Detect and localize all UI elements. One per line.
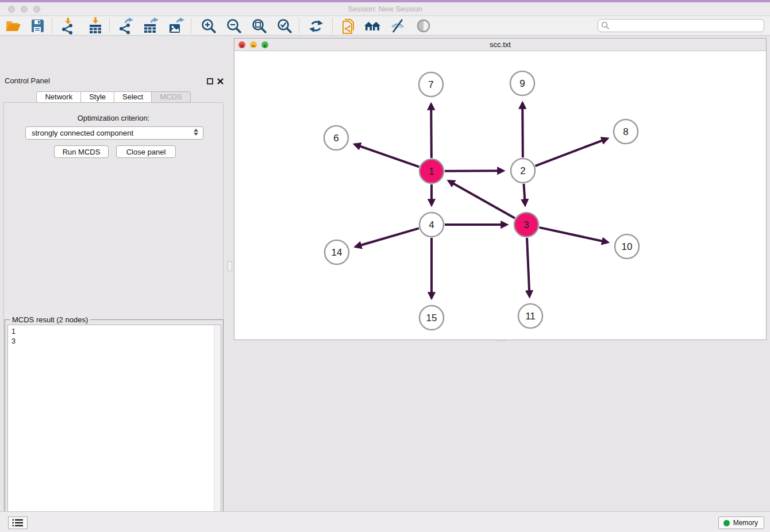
tab-mcds[interactable]: MCDS [152, 91, 190, 103]
search-field [598, 19, 764, 32]
result-scrollbar[interactable] [214, 325, 221, 532]
vertical-splitter-grip[interactable] [228, 261, 232, 271]
float-panel-icon[interactable] [207, 78, 213, 84]
macos-titlebar: Session: New Session [0, 2, 770, 16]
zoom-out-icon[interactable] [225, 17, 242, 34]
edge-3-11[interactable] [527, 238, 529, 296]
graph-node-label: 9 [519, 78, 525, 89]
graph-node-label: 6 [333, 133, 338, 144]
control-panel-tabs: Network Style Select MCDS [0, 91, 227, 103]
hide-eye-icon[interactable] [389, 17, 406, 34]
mac-zoom-button[interactable] [33, 6, 40, 13]
refresh-layout-icon[interactable] [307, 17, 325, 34]
export-image-icon[interactable] [167, 17, 184, 34]
toolbar-separator [52, 18, 52, 33]
export-table-icon[interactable] [142, 17, 159, 34]
tab-select[interactable]: Select [114, 91, 152, 103]
selected-option-label: strongly connected component [32, 129, 133, 137]
memory-label: Memory [733, 519, 758, 527]
edge-4-14[interactable] [356, 228, 419, 246]
search-icon [601, 21, 610, 30]
table-panel: Table Panel [234, 342, 767, 509]
network-minimize-button[interactable] [250, 41, 257, 48]
mac-minimize-button[interactable] [21, 6, 28, 13]
mcds-result-group: MCDS result (2 nodes) 1 3 [5, 319, 224, 532]
graph-node-label: 7 [428, 79, 433, 90]
open-folder-icon[interactable] [5, 17, 22, 34]
tab-network[interactable]: Network [36, 91, 81, 103]
network-window-title: scc.txt [234, 38, 766, 51]
toolbar-separator [109, 18, 110, 33]
result-line: 1 [8, 325, 221, 337]
mcds-result-title: MCDS result (2 nodes) [10, 315, 90, 324]
search-input[interactable] [598, 19, 764, 32]
toolbar-separator [191, 18, 191, 33]
edge-2-3[interactable] [523, 184, 525, 205]
clone-network-document-icon[interactable] [340, 17, 357, 34]
edge-3-1[interactable] [449, 181, 515, 218]
tab-style[interactable]: Style [81, 91, 114, 103]
task-history-button[interactable] [8, 516, 28, 529]
network-maximize-button[interactable] [261, 41, 268, 48]
optimization-criterion-label: Optimization criterion: [0, 114, 227, 122]
toolbar-separator [332, 18, 333, 33]
network-canvas[interactable]: 1234678910111415 [234, 51, 766, 340]
graph-node-label: 4 [429, 219, 434, 230]
edge-1-7[interactable] [431, 104, 432, 158]
list-icon [12, 518, 24, 527]
zoom-fit-icon[interactable] [251, 17, 268, 34]
mac-close-button[interactable] [8, 6, 15, 13]
close-panel-button[interactable]: Close panel [116, 145, 176, 158]
control-panel: Control Panel Network Style Select MCDS … [0, 36, 227, 511]
graph-node-label: 14 [332, 247, 342, 258]
edge-3-10[interactable] [539, 228, 607, 242]
status-bar: Memory [0, 511, 770, 532]
home-views-icon[interactable] [364, 17, 381, 34]
graph-node-label: 2 [520, 165, 525, 176]
graph-node-label: 11 [525, 311, 536, 322]
select-stepper-icon [194, 129, 198, 136]
save-icon[interactable] [29, 17, 46, 34]
zoom-in-icon[interactable] [200, 17, 217, 34]
graph-node-label: 1 [429, 166, 434, 177]
run-mcds-button[interactable]: Run MCDS [54, 145, 109, 158]
import-table-icon[interactable] [87, 17, 104, 34]
show-eye-icon[interactable] [415, 17, 432, 34]
toolbar-separator [299, 18, 299, 33]
export-network-icon[interactable] [117, 17, 134, 34]
main-toolbar [0, 16, 770, 36]
graph-node-label: 8 [623, 126, 628, 137]
graph-node-label: 3 [523, 219, 529, 230]
optimization-criterion-select[interactable]: strongly connected component [25, 126, 203, 140]
zoom-selected-icon[interactable] [276, 17, 293, 34]
close-panel-icon[interactable] [217, 78, 224, 85]
mcds-result-text[interactable]: 1 3 [7, 325, 221, 532]
memory-status-icon [723, 520, 730, 526]
edge-1-6[interactable] [355, 144, 419, 167]
edges-layer [355, 103, 608, 298]
import-network-icon[interactable] [60, 17, 77, 34]
window-title: Session: New Session [0, 2, 770, 16]
network-window-titlebar[interactable]: scc.txt [234, 38, 766, 51]
network-view-window: scc.txt 1234678910111415 [234, 38, 767, 340]
network-close-button[interactable] [238, 41, 245, 48]
control-panel-title: Control Panel [5, 76, 50, 85]
edge-2-9[interactable] [522, 103, 523, 157]
edge-2-8[interactable] [536, 138, 608, 166]
graph-node-label: 15 [426, 313, 437, 323]
graph-node-label: 10 [622, 241, 633, 252]
result-line: 3 [8, 337, 221, 346]
edge-1-2[interactable] [445, 171, 503, 171]
memory-button[interactable]: Memory [718, 516, 764, 529]
